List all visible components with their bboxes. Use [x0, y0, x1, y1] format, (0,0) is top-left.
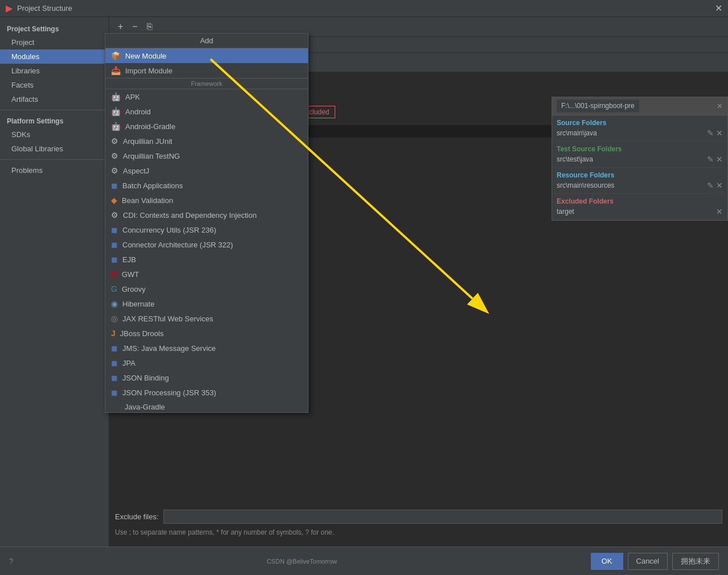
dropdown-item-groovy[interactable]: G Groovy: [105, 282, 308, 296]
excluded-path: target: [557, 208, 574, 216]
dropdown-item-jms[interactable]: ◼ JMS: Java Message Service: [105, 341, 308, 355]
concurrency-icon: ◼: [111, 225, 118, 234]
connector-icon: ◼: [111, 240, 118, 249]
source-folder-delete[interactable]: ✕: [716, 129, 723, 138]
exclude-files-row: Exclude files:: [109, 505, 728, 528]
excluded-delete[interactable]: ✕: [716, 207, 723, 216]
app-icon: ▶: [6, 3, 13, 14]
source-folder-row: src\main\java ✎ ✕: [557, 129, 723, 138]
aspectj-label: AspectJ: [123, 167, 149, 175]
cancel-button[interactable]: Cancel: [628, 553, 668, 570]
dropdown-item-arquillian-testng[interactable]: ⚙ Arquillian TestNG: [105, 148, 308, 163]
excluded-row: target ✕: [557, 207, 723, 216]
test-source-path: src\test\java: [557, 155, 593, 163]
sidebar-divider-2: [0, 159, 109, 160]
jms-label: JMS: Java Message Service: [122, 344, 216, 353]
cdi-icon: ⚙: [111, 210, 118, 220]
add-dropdown: Add 📦 New Module 📥 Import Module Framewo…: [105, 33, 309, 413]
dropdown-item-java-gradle[interactable]: Java-Gradle: [105, 400, 308, 412]
jms-icon: ◼: [111, 344, 118, 353]
project-settings-title: Project Settings: [0, 22, 109, 35]
sidebar-item-problems[interactable]: Problems: [0, 163, 109, 177]
cdi-label: CDI: Contexts and Dependency Injection: [123, 211, 257, 220]
jboss-icon: J: [111, 329, 116, 338]
dropdown-item-batch[interactable]: ◼ Batch Applications: [105, 178, 308, 193]
csdn-label: CSDN @BeliveTomorrow: [267, 558, 338, 565]
add-button[interactable]: +: [115, 20, 126, 33]
ok-button[interactable]: OK: [591, 553, 623, 570]
import-module-icon: 📥: [111, 66, 121, 75]
resource-icons: ✎ ✕: [707, 181, 723, 190]
title-bar: ▶ Project Structure ✕: [0, 0, 728, 17]
sidebar: Project Settings Project Modules Librari…: [0, 17, 109, 575]
dropdown-item-gwt[interactable]: G GWT: [105, 267, 308, 282]
dropdown-item-connector[interactable]: ◼ Connector Architecture (JSR 322): [105, 237, 308, 252]
dropdown-header: Add: [105, 34, 308, 48]
resource-row: src\main\resources ✎ ✕: [557, 181, 723, 190]
batch-label: Batch Applications: [122, 181, 183, 190]
jax-icon: ◎: [111, 314, 118, 323]
excluded-section: Excluded Folders target ✕: [552, 194, 727, 220]
resource-delete[interactable]: ✕: [716, 181, 723, 190]
dropdown-item-arquillian-junit[interactable]: ⚙ Arquillian JUnit: [105, 134, 308, 148]
sidebar-item-project[interactable]: Project: [0, 35, 109, 49]
java-gradle-label: Java-Gradle: [125, 403, 165, 411]
dropdown-item-apk[interactable]: 🤖 APK: [105, 89, 308, 104]
import-module-item[interactable]: 📥 Import Module: [105, 63, 308, 78]
json-binding-icon: ◼: [111, 373, 118, 382]
content-root-close[interactable]: ✕: [717, 102, 723, 110]
exclude-files-input[interactable]: [163, 510, 722, 524]
sidebar-item-libraries[interactable]: Libraries: [0, 64, 109, 78]
close-button[interactable]: ✕: [715, 3, 722, 14]
json-processing-icon: ◼: [111, 388, 118, 397]
dropdown-item-jax[interactable]: ◎ JAX RESTful Web Services: [105, 311, 308, 326]
help-button[interactable]: ?: [9, 557, 13, 565]
bean-validation-label: Bean Validation: [122, 196, 173, 205]
dropdown-item-android-gradle[interactable]: 🤖 Android-Gradle: [105, 119, 308, 134]
json-processing-label: JSON Processing (JSR 353): [122, 388, 216, 397]
dropdown-item-bean-validation[interactable]: ◆ Bean Validation: [105, 193, 308, 208]
content-root-path: F:\...\001-spirngboot-pre: [557, 100, 639, 113]
dropdown-item-aspectj[interactable]: ⚙ AspectJ: [105, 163, 308, 178]
dropdown-item-ejb[interactable]: ◼ EJB: [105, 252, 308, 267]
jboss-label: JBoss Drools: [120, 329, 164, 338]
arquillian-testng-icon: ⚙: [111, 151, 118, 160]
new-module-item[interactable]: 📦 New Module: [105, 48, 308, 63]
arquillian-testng-label: Arquillian TestNG: [123, 152, 180, 160]
dropdown-item-android[interactable]: 🤖 Android: [105, 104, 308, 119]
jax-label: JAX RESTful Web Services: [122, 315, 213, 323]
test-source-icons: ✎ ✕: [707, 155, 723, 164]
dropdown-item-json-binding[interactable]: ◼ JSON Binding: [105, 370, 308, 385]
gwt-icon: G: [111, 270, 117, 279]
apply-button[interactable]: 拥抱未来: [672, 553, 719, 570]
title-bar-left: ▶ Project Structure: [6, 3, 72, 14]
dropdown-item-cdi[interactable]: ⚙ CDI: Contexts and Dependency Injection: [105, 208, 308, 222]
hibernate-label: Hibernate: [122, 300, 154, 308]
remove-button[interactable]: −: [129, 20, 140, 33]
bottom-buttons: OK Cancel 拥抱未来: [591, 553, 719, 570]
sidebar-item-sdks[interactable]: SDKs: [0, 127, 109, 142]
resource-edit[interactable]: ✎: [707, 181, 714, 190]
resource-title: Resource Folders: [557, 171, 723, 179]
source-folder-edit[interactable]: ✎: [707, 129, 714, 138]
dropdown-item-jpa[interactable]: ◼ JPA: [105, 355, 308, 370]
dropdown-list: 📦 New Module 📥 Import Module Framework 🤖…: [105, 48, 308, 412]
dropdown-item-jboss[interactable]: J JBoss Drools: [105, 326, 308, 341]
test-source-delete[interactable]: ✕: [716, 155, 723, 164]
json-binding-label: JSON Binding: [122, 374, 169, 382]
dropdown-item-hibernate[interactable]: ◉ Hibernate: [105, 296, 308, 311]
dropdown-item-json-processing[interactable]: ◼ JSON Processing (JSR 353): [105, 385, 308, 400]
test-source-edit[interactable]: ✎: [707, 155, 714, 164]
sidebar-item-artifacts[interactable]: Artifacts: [0, 92, 109, 106]
sidebar-item-modules[interactable]: Modules: [0, 49, 109, 64]
hibernate-icon: ◉: [111, 299, 118, 308]
dropdown-item-concurrency[interactable]: ◼ Concurrency Utils (JSR 236): [105, 222, 308, 237]
bean-validation-icon: ◆: [111, 196, 117, 205]
copy-button[interactable]: ⎘: [144, 20, 155, 33]
jpa-label: JPA: [122, 359, 135, 367]
sidebar-item-global-libraries[interactable]: Global Libraries: [0, 142, 109, 156]
resource-section: Resource Folders src\main\resources ✎ ✕: [552, 168, 727, 194]
batch-icon: ◼: [111, 181, 118, 190]
sidebar-item-facets[interactable]: Facets: [0, 78, 109, 92]
source-folders-title: Source Folders: [557, 119, 723, 127]
